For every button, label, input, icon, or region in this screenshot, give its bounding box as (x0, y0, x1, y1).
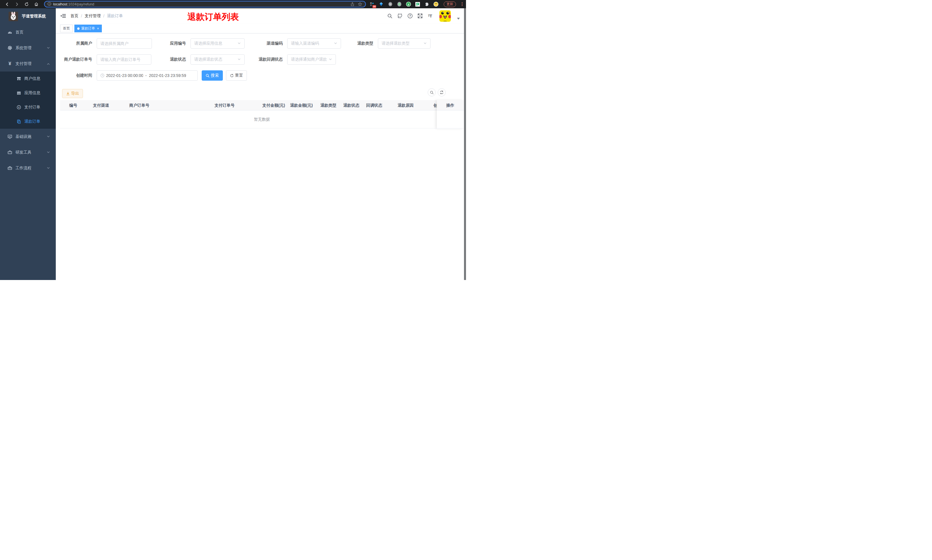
tab-close-icon[interactable]: × (97, 27, 99, 30)
show-search-toggle-button[interactable] (428, 88, 436, 96)
channel-select[interactable]: 请输入渠道编码 (287, 38, 341, 49)
refund-type-select[interactable]: 请选择退款类型 (378, 38, 431, 49)
merchant-refund-no-input[interactable] (97, 54, 151, 65)
font-size-icon[interactable]: TT (427, 13, 433, 19)
table-fixed-column: 操作 (437, 100, 464, 129)
tab-label: 首页 (63, 26, 70, 31)
app-logo-row[interactable]: 芋道管理系统 (0, 8, 56, 24)
search-button[interactable]: 搜索 (201, 70, 223, 81)
sidebar-item-refund-order[interactable]: 退款订单 (0, 114, 56, 129)
extension-tiles-icon[interactable]: 10 (369, 2, 374, 7)
filter-app: 应用编号 请选择应用信息 (154, 38, 245, 49)
share-icon[interactable] (350, 2, 355, 6)
col-actions: 操作 (437, 100, 464, 111)
extension-chat-icon[interactable] (415, 2, 420, 7)
sidebar-item-dev-tools[interactable]: 研发工具 (0, 145, 56, 160)
date-start-value[interactable]: 2022-01-23 00:00:00 (106, 73, 143, 78)
bookmark-star-icon[interactable] (358, 2, 363, 6)
date-end-value[interactable]: 2022-01-23 23:59:59 (149, 73, 186, 78)
page-scrollbar[interactable] (464, 8, 466, 280)
sidebar-item-app-info[interactable]: 应用信息 (0, 86, 56, 100)
navbar-actions: ? TT (387, 10, 464, 22)
filter-label: 商户退款订单号 (61, 57, 92, 62)
date-range-separator: - (145, 73, 147, 78)
chevron-down-icon (47, 166, 50, 171)
avatar[interactable] (439, 10, 451, 22)
sidebar-collapse-icon[interactable] (60, 13, 66, 19)
svg-text:¥: ¥ (18, 106, 20, 109)
sidebar-item-label: 应用信息 (24, 91, 40, 95)
extension-y-icon[interactable]: y (406, 2, 411, 7)
extension-emoji-icon[interactable] (434, 2, 438, 7)
fullscreen-icon[interactable] (417, 13, 423, 19)
sidebar-item-label: 退款订单 (24, 119, 40, 124)
filter-label: 退款类型 (342, 41, 373, 46)
filter-refund-status: 退款状态 请选择退款状态 (154, 54, 245, 65)
filter-label: 所属商户 (61, 41, 92, 46)
coin-yen-icon: ¥ (16, 105, 21, 110)
sidebar-item-payment[interactable]: ¥ 支付管理 (0, 56, 56, 71)
refund-status-select[interactable]: 请选择退款状态 (191, 54, 245, 65)
col-refund-reason: 退款原因 (398, 100, 414, 111)
filter-refund-type: 退款类型 请选择退款类型 (342, 38, 431, 49)
search-icon[interactable] (387, 13, 393, 19)
sidebar-item-merchant-info[interactable]: 商户信息 (0, 71, 56, 86)
sidebar-item-system[interactable]: 系统管理 (0, 40, 56, 56)
monitor-chart-icon (8, 134, 12, 139)
browser-update-button[interactable]: 更新 (444, 2, 456, 7)
browser-home-button[interactable] (34, 2, 38, 6)
export-button[interactable]: 导出 (62, 89, 83, 98)
sidebar-item-label: 系统管理 (15, 46, 31, 51)
browser-forward-button[interactable] (14, 2, 19, 6)
filter-merchant-refund-no: 商户退款订单号 (61, 54, 151, 65)
avatar-dropdown-caret-icon[interactable] (457, 16, 460, 21)
sidebar-item-workflow[interactable]: 工作流程 (0, 160, 56, 176)
tab-home[interactable]: 首页 (60, 25, 73, 32)
browser-reload-button[interactable] (24, 2, 29, 6)
tab-refund-order[interactable]: 退款订单 × (74, 25, 102, 32)
github-icon[interactable] (397, 13, 403, 19)
browser-back-button[interactable] (5, 2, 9, 6)
briefcase-icon (8, 166, 12, 171)
breadcrumb-home[interactable]: 首页 (71, 14, 78, 18)
empty-text: 暂无数据 (254, 117, 270, 122)
filter-label: 创建时间 (61, 73, 92, 78)
extension-oval-icon[interactable] (397, 2, 402, 7)
sidebar-item-pay-order[interactable]: ¥ 支付订单 (0, 100, 56, 114)
annotation-title: 退款订单列表 (188, 12, 239, 22)
search-button-label: 搜索 (211, 73, 219, 78)
reset-button[interactable]: 重置 (226, 70, 247, 81)
sidebar-item-home[interactable]: 首页 (0, 24, 56, 40)
browser-menu-icon[interactable] (462, 2, 463, 6)
document-copy-icon (16, 119, 21, 124)
chevron-down-icon (423, 41, 427, 46)
main-content: 所属商户 应用编号 请选择应用信息 渠道编码 请输入渠道编码 退款类型 请选择退… (56, 34, 464, 280)
chevron-down-icon (334, 41, 337, 46)
callback-status-select[interactable]: 请选择通知商户退款结果的回调状态 (287, 54, 336, 65)
merchant-refund-no-input-field[interactable] (100, 57, 148, 62)
reset-button-label: 重置 (235, 73, 243, 78)
filter-label: 渠道编码 (251, 41, 283, 46)
chevron-down-icon (47, 134, 50, 139)
merchant-input-field[interactable] (100, 41, 148, 46)
help-icon[interactable]: ? (407, 13, 413, 19)
sidebar-item-infra[interactable]: 基础设施 (0, 129, 56, 145)
date-range-picker[interactable]: 2022-01-23 00:00:00 - 2022-01-23 23:59:5… (97, 70, 198, 81)
filter-label: 应用编号 (154, 41, 186, 46)
refresh-table-button[interactable] (438, 88, 446, 96)
scrollbar-thumb[interactable] (464, 8, 466, 280)
dashboard-icon (8, 30, 12, 35)
extension-gem-icon[interactable] (378, 2, 384, 7)
app-select[interactable]: 请选择应用信息 (191, 38, 245, 49)
address-bar[interactable]: localhost :1024/pay/refund (44, 1, 366, 8)
extension-command-icon[interactable]: ⌘ (388, 2, 393, 7)
site-info-icon[interactable] (48, 2, 51, 7)
chevron-down-icon (47, 46, 50, 50)
col-merchant-order-no: 商户订单号 (129, 100, 149, 111)
extensions-puzzle-icon[interactable] (424, 2, 429, 7)
sidebar-item-label: 首页 (15, 30, 23, 35)
sidebar-item-label: 研发工具 (15, 150, 31, 155)
merchant-input[interactable] (97, 38, 152, 49)
breadcrumb-payment[interactable]: 支付管理 (85, 14, 101, 18)
col-pay-amount: 支付金额(元) (262, 100, 285, 111)
